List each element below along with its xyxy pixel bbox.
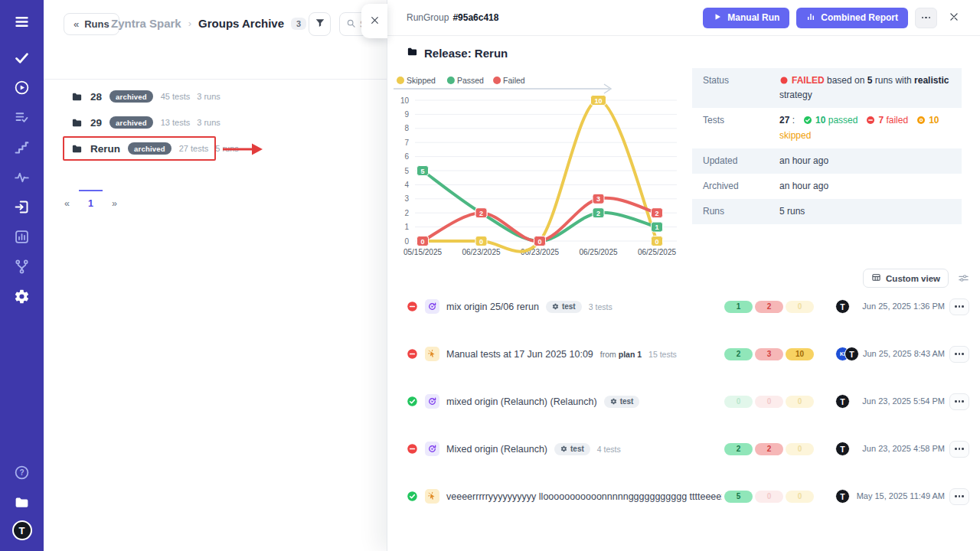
help-icon[interactable]: ? xyxy=(11,461,34,484)
close-icon xyxy=(949,11,959,24)
more-options-button[interactable] xyxy=(915,8,937,28)
skipped-count-pill: 10 xyxy=(786,348,814,360)
run-title: veeeerrrrryyyyyyyyyy llooooooooooonnnnng… xyxy=(446,491,722,502)
check-icon[interactable] xyxy=(11,46,34,69)
activity-icon[interactable] xyxy=(11,165,34,188)
steps-icon[interactable] xyxy=(11,135,34,158)
runs-list: mix origin 25/06 reruntest3 tests120TJun… xyxy=(387,295,980,413)
archived-badge: archived xyxy=(109,90,153,103)
menu-icon[interactable] xyxy=(11,10,34,33)
svg-text:3: 3 xyxy=(596,195,600,203)
passed-count-pill: 2 xyxy=(724,443,753,455)
results-trend-chart: 01234567891005/15/202506/23/202506/23/20… xyxy=(387,73,682,261)
gear-icon xyxy=(610,398,617,405)
svg-text:6: 6 xyxy=(404,152,409,161)
branches-icon[interactable] xyxy=(11,255,34,278)
breadcrumb-parent[interactable]: Zyntra Spark xyxy=(111,17,181,30)
group-row-29[interactable]: 29archived13 tests3 runs xyxy=(64,111,309,134)
settings-icon[interactable] xyxy=(11,285,34,308)
play-icon xyxy=(713,12,722,24)
passed-count-pill: 1 xyxy=(724,301,753,313)
group-count-badge: 3 xyxy=(291,18,306,30)
custom-view-label: Custom view xyxy=(886,274,940,283)
projects-icon[interactable] xyxy=(11,491,34,514)
run-passed-icon xyxy=(407,491,418,502)
run-avatars: KIT xyxy=(835,347,859,361)
failed-dot-icon xyxy=(779,76,789,85)
run-row[interactable]: mixed origin (Relaunch) (Relaunch)test00… xyxy=(387,390,980,413)
pagination-page-1[interactable]: 1 xyxy=(79,190,103,216)
user-avatar[interactable]: T xyxy=(12,520,32,540)
run-more-options-button[interactable] xyxy=(949,393,969,410)
rerun-type-icon xyxy=(425,394,439,409)
passed-check-icon xyxy=(803,116,812,125)
run-row[interactable]: veeeerrrrryyyyyyyyyy llooooooooooonnnnng… xyxy=(387,484,980,508)
checklist-icon[interactable] xyxy=(11,106,34,129)
filter-button[interactable] xyxy=(309,12,331,36)
custom-view-button[interactable]: Custom view xyxy=(863,269,949,288)
run-title: mixed origin (Relaunch) (Relaunch) xyxy=(446,396,597,407)
svg-text:5: 5 xyxy=(404,167,409,175)
run-count-pills: 220 xyxy=(724,443,814,455)
detail-close-button[interactable] xyxy=(944,8,964,28)
run-avatars: T xyxy=(835,489,850,504)
svg-text:06/23/2025: 06/23/2025 xyxy=(462,248,500,256)
group-row-rerun[interactable]: Rerunarchived27 tests5 runs xyxy=(64,137,309,160)
run-count-pills: 000 xyxy=(724,396,814,408)
manual-run-label: Manual Run xyxy=(727,12,779,23)
run-row[interactable]: Mixed origin (Relaunch)test4 tests220TJu… xyxy=(387,437,980,461)
panel-close-button[interactable] xyxy=(361,4,387,38)
archived-row: Archivedan hour ago xyxy=(692,174,962,199)
rungroup-title: Release: Rerun xyxy=(407,46,508,60)
run-source: from plan 1 xyxy=(600,350,642,359)
run-more-options-button[interactable] xyxy=(949,441,969,458)
runs-button-label: Runs xyxy=(84,18,109,30)
run-title: Mixed origin (Relaunch) xyxy=(446,444,547,455)
enter-icon[interactable] xyxy=(11,195,34,218)
passed-count-pill: 5 xyxy=(724,491,753,503)
svg-text:1: 1 xyxy=(404,223,409,231)
skipped-count-pill: 0 xyxy=(786,443,814,455)
updated-row: Updatedan hour ago xyxy=(692,148,962,174)
run-date: Jun 25, 2025 8:43 AM xyxy=(863,349,945,358)
svg-text:05/15/2025: 05/15/2025 xyxy=(403,248,442,256)
run-failed-icon xyxy=(407,348,418,360)
run-date: May 15, 2025 11:49 AM xyxy=(857,491,945,500)
rungroup-id: #95a6c418 xyxy=(452,12,498,23)
run-avatars: T xyxy=(835,442,850,456)
svg-text:2: 2 xyxy=(479,210,483,217)
svg-text:3: 3 xyxy=(404,194,409,203)
combined-report-button[interactable]: Combined Report xyxy=(796,8,908,28)
group-row-28[interactable]: 28archived45 tests3 runs xyxy=(64,85,309,108)
run-failed-icon xyxy=(407,301,418,312)
svg-text:7: 7 xyxy=(404,139,409,147)
failed-minus-icon xyxy=(866,116,875,125)
failed-count-pill: 2 xyxy=(755,301,783,313)
breadcrumb: Zyntra Spark › Groups Archive 3 xyxy=(111,17,306,30)
run-more-options-button[interactable] xyxy=(949,346,969,363)
run-more-options-button[interactable] xyxy=(949,298,969,315)
view-settings-icon[interactable] xyxy=(958,272,969,284)
sidebar: ?T xyxy=(0,0,44,551)
play-icon[interactable] xyxy=(11,76,34,99)
app-window: ?T « Runs Zyntra Spark › Groups Archive … xyxy=(0,0,980,551)
svg-text:10: 10 xyxy=(594,97,602,105)
manual-run-button[interactable]: Manual Run xyxy=(703,8,789,28)
svg-text:0: 0 xyxy=(537,238,541,246)
skipped-count-pill: 0 xyxy=(786,301,814,313)
run-avatars: T xyxy=(835,299,850,314)
pagination-prev[interactable]: « xyxy=(55,190,79,216)
svg-text:2: 2 xyxy=(596,210,600,217)
report-icon[interactable] xyxy=(11,225,34,248)
manual-type-icon xyxy=(425,489,439,504)
svg-text:2: 2 xyxy=(404,209,409,217)
run-row[interactable]: mix origin 25/06 reruntest3 tests120TJun… xyxy=(387,295,980,318)
avatar: T xyxy=(835,442,850,456)
svg-text:5: 5 xyxy=(420,168,424,175)
tests-row: Tests27 :10 passed7 failed10 skipped xyxy=(692,108,962,148)
run-row[interactable]: Manual tests at 17 Jun 2025 10:09from pl… xyxy=(387,342,980,366)
run-more-options-button[interactable] xyxy=(949,488,969,505)
svg-text:0: 0 xyxy=(655,238,658,246)
pagination-next[interactable]: » xyxy=(103,190,126,216)
archived-badge: archived xyxy=(109,116,153,129)
